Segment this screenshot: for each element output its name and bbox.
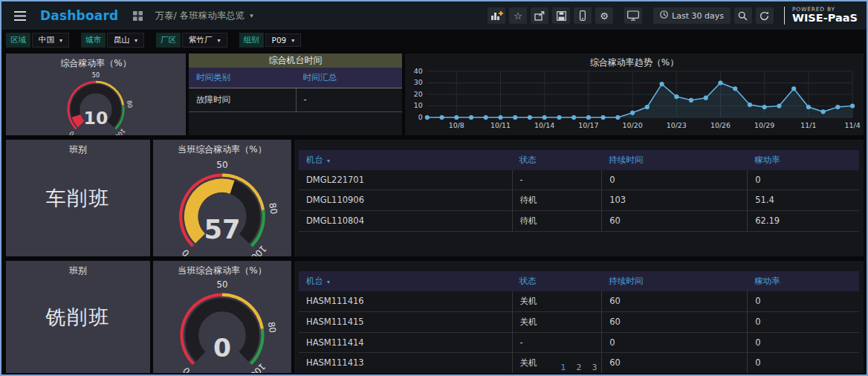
table-header-row: 机台▾状态持续时间稼动率 bbox=[299, 150, 859, 170]
svg-text:80: 80 bbox=[126, 100, 133, 108]
table-cell: 故障时间 bbox=[189, 88, 296, 111]
panel-title: 当班综合稼动率（%） bbox=[153, 261, 291, 277]
panel-shift2-label: 班别 铣削班 bbox=[6, 261, 150, 373]
svg-text:20: 20 bbox=[414, 90, 423, 98]
add-panel-button[interactable] bbox=[488, 7, 505, 24]
page-number[interactable]: 2 bbox=[577, 363, 582, 372]
svg-text:10/26: 10/26 bbox=[710, 121, 731, 129]
filter-region: 区域 中国▾ bbox=[6, 33, 69, 48]
mobile-button[interactable] bbox=[574, 7, 592, 24]
svg-text:0: 0 bbox=[180, 247, 191, 256]
svg-text:10/20: 10/20 bbox=[623, 121, 643, 129]
table-cell: 0 bbox=[747, 291, 859, 311]
dashboard-screen: Dashboard 万泰/ 各班稼动率总览 ▾ ☆ ⚙ bbox=[0, 0, 868, 376]
time-range-button[interactable]: Last 30 days bbox=[653, 7, 731, 24]
svg-text:10/14: 10/14 bbox=[534, 121, 554, 129]
column-header[interactable]: 状态 bbox=[512, 271, 602, 291]
panel-title: 综合稼动率（%） bbox=[6, 54, 186, 70]
table-cell: 0 bbox=[747, 170, 859, 189]
region-dropdown[interactable]: 中国▾ bbox=[32, 33, 69, 48]
pagination: 123 bbox=[294, 363, 864, 372]
plant-dropdown[interactable]: 紫竹厂▾ bbox=[182, 33, 227, 48]
hamburger-menu-icon[interactable] bbox=[10, 7, 30, 25]
share-button[interactable] bbox=[531, 7, 548, 24]
breadcrumb[interactable]: 万泰/ 各班稼动率总览 ▾ bbox=[150, 9, 257, 23]
column-header[interactable]: 持续时间 bbox=[601, 271, 747, 291]
table-row: 故障时间- bbox=[189, 88, 402, 112]
column-header[interactable]: 机台▾ bbox=[299, 271, 512, 291]
panel-trend-chart: 综合稼动率趋势（%） 01020304010/810/1110/1410/171… bbox=[405, 54, 864, 135]
table-cell: 0 bbox=[747, 333, 859, 352]
column-header[interactable]: 稼动率 bbox=[747, 271, 859, 291]
table-cell: 0 bbox=[601, 333, 747, 352]
shift2-machine-table: 机台▾状态持续时间稼动率HASM111416关机600HASM111415关机6… bbox=[299, 271, 859, 373]
filter-label: 区域 bbox=[6, 33, 30, 48]
table-cell: 60 bbox=[601, 312, 747, 332]
column-header[interactable]: 稼动率 bbox=[747, 150, 859, 170]
search-button[interactable] bbox=[734, 7, 752, 24]
table-row: HASM111414-00 bbox=[299, 333, 859, 353]
table-cell: 60 bbox=[601, 211, 747, 231]
settings-button[interactable]: ⚙ bbox=[595, 7, 613, 24]
svg-text:40: 40 bbox=[414, 67, 423, 75]
svg-text:11/1: 11/1 bbox=[800, 121, 816, 129]
city-dropdown[interactable]: 昆山▾ bbox=[107, 33, 144, 48]
chevron-down-icon: ▾ bbox=[250, 12, 253, 19]
panel-shift2-gauge: 当班综合稼动率（%） 050801000 bbox=[153, 261, 291, 373]
save-button[interactable] bbox=[552, 7, 570, 24]
svg-text:10/29: 10/29 bbox=[754, 121, 774, 129]
navbar-actions: ☆ ⚙ Last 30 days bbox=[484, 7, 861, 25]
table-row: HASM111415关机600 bbox=[299, 312, 859, 333]
column-header[interactable]: 机台▾ bbox=[299, 150, 512, 170]
table-cell: 关机 bbox=[512, 312, 602, 332]
machine-time-table: 时间类别时间汇总故障时间- bbox=[189, 68, 402, 112]
time-range-label: Last 30 days bbox=[672, 11, 724, 21]
column-header[interactable]: 持续时间 bbox=[601, 150, 747, 170]
panel-title: 当班综合稼动率（%） bbox=[153, 140, 291, 156]
table-cell: - bbox=[512, 170, 602, 189]
table-row: HASM111416关机600 bbox=[299, 291, 859, 312]
column-header[interactable]: 时间类别 bbox=[189, 68, 296, 88]
svg-text:10/23: 10/23 bbox=[667, 121, 687, 129]
svg-text:80: 80 bbox=[267, 202, 279, 215]
table-cell: 0 bbox=[601, 170, 747, 189]
apps-grid-icon[interactable] bbox=[133, 11, 143, 21]
panel-title: 综合机台时间 bbox=[189, 54, 402, 68]
tv-display-button[interactable] bbox=[624, 7, 642, 24]
table-header-row: 机台▾状态持续时间稼动率 bbox=[299, 271, 859, 291]
panel-title: 班别 bbox=[6, 261, 150, 277]
table-cell: 待机 bbox=[512, 211, 602, 231]
table-cell: - bbox=[296, 88, 403, 111]
shift1-utilization-gauge: 0508010057 bbox=[153, 156, 291, 256]
overall-utilization-gauge: 0508010010 bbox=[6, 70, 186, 135]
svg-text:0: 0 bbox=[68, 130, 76, 135]
table-cell: DMGL221701 bbox=[299, 170, 512, 189]
table-cell: 0 bbox=[747, 312, 859, 332]
page-number[interactable]: 1 bbox=[561, 363, 566, 372]
powered-by-logo: POWERED BY WISE-PaaS bbox=[792, 7, 858, 24]
svg-text:10/8: 10/8 bbox=[449, 121, 464, 129]
group-dropdown[interactable]: P09▾ bbox=[265, 33, 302, 47]
page-number[interactable]: 3 bbox=[592, 363, 597, 372]
chevron-down-icon: ▾ bbox=[135, 37, 137, 44]
svg-text:10: 10 bbox=[414, 101, 423, 109]
star-button[interactable]: ☆ bbox=[509, 7, 527, 24]
filter-group: 组别 P09▾ bbox=[239, 33, 302, 48]
navbar-divider bbox=[784, 7, 785, 25]
svg-text:0: 0 bbox=[213, 333, 231, 363]
refresh-button[interactable] bbox=[756, 7, 774, 24]
svg-text:10/17: 10/17 bbox=[578, 121, 598, 129]
column-header[interactable]: 状态 bbox=[512, 150, 602, 170]
sort-caret-icon: ▾ bbox=[327, 279, 330, 285]
svg-text:0: 0 bbox=[418, 113, 423, 121]
top-navbar: Dashboard 万泰/ 各班稼动率总览 ▾ ☆ ⚙ bbox=[1, 1, 867, 30]
gear-icon: ⚙ bbox=[600, 10, 609, 22]
filter-label: 组别 bbox=[239, 33, 264, 48]
column-header[interactable]: 时间汇总 bbox=[296, 68, 403, 88]
panel-overall-gauge: 综合稼动率（%） 0508010010 bbox=[6, 54, 186, 135]
table-cell: HASM111415 bbox=[299, 312, 512, 332]
panel-shift1-label: 班别 车削班 bbox=[6, 140, 150, 256]
table-cell: DMGL110804 bbox=[299, 211, 512, 231]
chevron-down-icon: ▾ bbox=[218, 37, 221, 44]
svg-text:30: 30 bbox=[414, 78, 423, 86]
